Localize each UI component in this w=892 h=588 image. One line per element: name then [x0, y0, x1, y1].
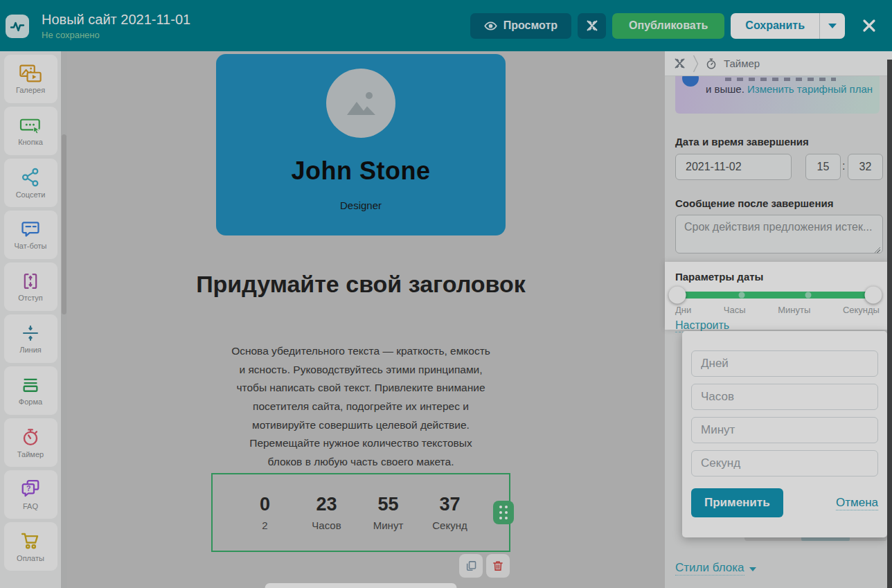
hours-input[interactable]	[691, 384, 878, 410]
resize-handle-icon[interactable]	[874, 247, 880, 253]
breadcrumb-label: Таймер	[724, 57, 760, 69]
slider-label-hours: Часы	[724, 305, 746, 315]
avatar[interactable]	[326, 69, 395, 138]
save-button[interactable]: Сохранить	[731, 13, 819, 39]
block-styles-link[interactable]: Стили блока	[675, 561, 756, 576]
timer-value: 23	[307, 494, 346, 515]
panel-scrollbar[interactable]	[887, 60, 892, 588]
clipped-text-line	[725, 78, 836, 81]
caret-down-icon	[828, 24, 837, 28]
date-units-slider[interactable]	[675, 292, 875, 299]
end-date-input[interactable]	[675, 154, 792, 180]
spacing-icon	[20, 271, 41, 291]
sidebar-item-label: Таймер	[17, 450, 44, 458]
copy-icon	[465, 560, 477, 572]
settings-panel: Таймер и выше. Изменить тарифный план Да…	[665, 51, 892, 588]
stopwatch-icon	[705, 57, 717, 70]
svg-text:?: ?	[26, 484, 30, 492]
end-message-textarea[interactable]	[675, 215, 883, 253]
slider-label-seconds: Секунды	[843, 305, 880, 315]
sidebar-item-payments[interactable]: Оплаты	[4, 522, 57, 571]
sidebar-item-label: Форма	[19, 398, 42, 406]
days-input[interactable]	[691, 350, 878, 377]
tariff-notice-fragment: и выше.	[706, 83, 744, 95]
cancel-link[interactable]: Отмена	[836, 496, 878, 510]
app-window: Новый сайт 2021-11-01 Не сохранено Просм…	[0, 0, 892, 588]
sidebar-item-label: Чат-боты	[14, 242, 46, 250]
minutes-input[interactable]	[691, 417, 878, 443]
timer-icon	[20, 427, 41, 447]
end-minute-input[interactable]	[848, 154, 883, 180]
sidebar-item-spacing[interactable]: Отступ	[4, 262, 57, 311]
profile-role[interactable]: Designer	[216, 199, 506, 211]
info-badge-icon	[682, 76, 699, 87]
app-logo[interactable]	[6, 15, 29, 38]
crossed-tools-icon[interactable]	[673, 57, 686, 70]
form-icon	[19, 375, 42, 395]
gallery-icon	[19, 64, 42, 83]
timer-unit-minutes: 55 Минут	[369, 494, 408, 531]
end-hour-input[interactable]	[805, 154, 841, 180]
sidebar-item-label: Линия	[19, 346, 42, 354]
sidebar-item-social[interactable]: Соцсети	[4, 159, 57, 207]
canvas-scrollbar-thumb[interactable]	[62, 134, 66, 314]
save-options-button[interactable]	[819, 13, 845, 39]
close-icon	[862, 18, 877, 33]
sidebar-item-button[interactable]: Кнопка	[4, 107, 57, 155]
image-placeholder-icon	[343, 89, 379, 118]
timer-unit-seconds: 37 Секунд	[431, 494, 470, 531]
slider-step-minutes[interactable]	[805, 292, 812, 299]
seconds-input[interactable]	[691, 450, 878, 476]
profile-card-block[interactable]: John Stone Designer	[216, 54, 506, 235]
magic-tools-button[interactable]	[578, 13, 606, 39]
preview-button[interactable]: Просмотр	[470, 13, 571, 39]
eye-icon	[484, 21, 497, 31]
save-button-group: Сохранить	[731, 13, 845, 39]
apply-button[interactable]: Применить	[691, 488, 783, 517]
slider-track[interactable]	[675, 292, 875, 299]
duplicate-block-button[interactable]	[459, 554, 483, 578]
block-styles-label: Стили блока	[675, 561, 744, 576]
sidebar-item-line[interactable]: Линия	[4, 314, 57, 363]
slider-step-hours[interactable]	[739, 292, 745, 299]
timer-block-selected[interactable]: 0 2 23 Часов 55 Минут 37 Секунд	[211, 473, 510, 552]
publish-button-label: Опубликовать	[629, 19, 708, 32]
panel-breadcrumb: Таймер	[665, 51, 892, 76]
close-editor-button[interactable]	[857, 10, 881, 41]
timer-unit-label: Минут	[369, 519, 408, 531]
canvas-paragraph[interactable]: Основа убедительного текста — краткость,…	[231, 342, 490, 472]
drag-handle-icon[interactable]	[493, 501, 514, 524]
sidebar-item-label: FAQ	[23, 502, 38, 510]
sidebar-item-faq[interactable]: ? FAQ	[4, 470, 57, 519]
canvas-scrollbar[interactable]	[61, 51, 67, 588]
message-section-label: Сообщение после завершения	[675, 197, 833, 209]
line-icon	[19, 323, 42, 343]
sidebar-item-form[interactable]: Форма	[4, 366, 57, 415]
preview-button-label: Просмотр	[503, 19, 558, 32]
magic-tools-icon	[585, 19, 599, 33]
page-canvas: John Stone Designer Придумайте свой заго…	[67, 51, 665, 588]
custom-values-popup: Применить Отмена	[682, 331, 887, 537]
canvas-heading[interactable]: Придумайте свой заголовок	[174, 267, 548, 301]
popup-footer: Применить Отмена	[691, 488, 878, 517]
sidebar-item-gallery[interactable]: Галерея	[4, 55, 57, 103]
delete-block-button[interactable]	[486, 554, 510, 578]
profile-name[interactable]: John Stone	[216, 157, 506, 186]
site-title-block: Новый сайт 2021-11-01 Не сохранено	[42, 12, 190, 40]
timer-value: 0	[246, 494, 285, 515]
slider-labels: Дни Часы Минуты Секунды	[675, 305, 880, 315]
publish-button[interactable]: Опубликовать	[612, 13, 724, 39]
timer-value: 37	[431, 494, 470, 515]
slider-handle-left[interactable]	[668, 287, 686, 304]
timer-unit-label: Секунд	[431, 519, 470, 531]
payments-icon	[19, 531, 42, 551]
sidebar-item-chatbots[interactable]: Чат-боты	[4, 211, 57, 259]
change-tariff-link[interactable]: Изменить тарифный план	[747, 83, 873, 95]
save-button-label: Сохранить	[745, 19, 805, 32]
next-block-top-edge	[265, 583, 457, 588]
slider-label-minutes: Минуты	[778, 305, 810, 315]
slider-handle-right[interactable]	[865, 287, 882, 304]
trash-icon	[492, 560, 504, 572]
sidebar-item-label: Галерея	[16, 86, 45, 94]
sidebar-item-timer[interactable]: Таймер	[4, 418, 57, 467]
